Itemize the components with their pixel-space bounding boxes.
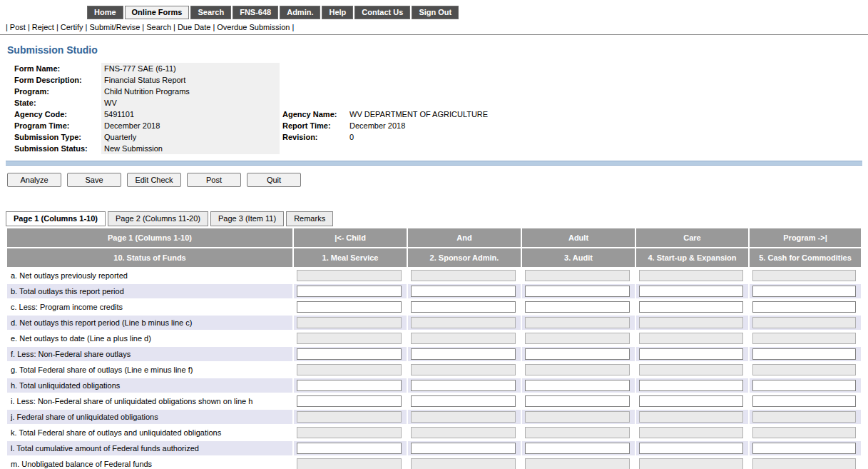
section-divider: [6, 161, 862, 166]
form-info-value: December 2018: [101, 120, 280, 131]
grid-input-row-c-col-1[interactable]: [297, 301, 402, 313]
grid-row: m. Unobligated balance of Federal funds: [7, 457, 861, 469]
top-nav-contact-us[interactable]: Contact Us: [354, 6, 410, 19]
form-info-label: [280, 74, 347, 86]
top-nav-help[interactable]: Help: [322, 6, 353, 19]
grid-input-row-k-col-3: [525, 427, 630, 438]
grid-input-row-l-col-2[interactable]: [411, 443, 516, 454]
grid-row-label: l. Total cumulative amount of Federal fu…: [7, 441, 292, 455]
grid-header-cell: And: [408, 228, 521, 247]
grid-input-row-h-col-2[interactable]: [411, 380, 516, 391]
top-nav-home[interactable]: Home: [87, 6, 123, 19]
sub-nav-reject[interactable]: Reject: [32, 23, 54, 31]
separator: |: [292, 23, 294, 31]
grid-header-cell: Program ->|: [750, 228, 861, 247]
grid-input-row-m-col-4: [639, 458, 743, 469]
form-info-row: Program Time:December 2018Report Time:De…: [11, 120, 659, 131]
grid-input-row-j-col-4: [639, 411, 743, 423]
grid-input-row-f-col-3[interactable]: [525, 348, 630, 360]
grid-input-row-h-col-4[interactable]: [639, 380, 743, 391]
top-nav-admin[interactable]: Admin.: [280, 6, 320, 19]
form-info-value: December 2018: [347, 120, 659, 131]
save-button[interactable]: Save: [67, 173, 121, 187]
top-nav-online-forms[interactable]: Online Forms: [125, 6, 190, 19]
top-nav-search[interactable]: Search: [190, 6, 231, 19]
grid-input-row-f-col-5[interactable]: [752, 348, 856, 360]
grid-cell: [522, 331, 635, 346]
grid-input-row-j-col-5: [752, 411, 856, 423]
grid-input-row-l-col-1[interactable]: [297, 443, 402, 454]
sub-nav-search[interactable]: Search: [146, 23, 171, 31]
grid-input-row-h-col-3[interactable]: [525, 380, 630, 391]
grid-input-row-d-col-1: [297, 317, 402, 328]
tab-page-3-item-11[interactable]: Page 3 (Item 11): [210, 211, 284, 226]
grid-cell: [408, 425, 521, 440]
tab-remarks[interactable]: Remarks: [286, 211, 333, 226]
grid-input-row-b-col-1[interactable]: [297, 286, 402, 297]
grid-input-row-h-col-1[interactable]: [297, 380, 402, 391]
grid-input-row-i-col-1[interactable]: [297, 395, 402, 407]
grid-input-row-h-col-5[interactable]: [752, 380, 856, 391]
tab-page-2-columns-11-20[interactable]: Page 2 (Columns 11-20): [108, 211, 208, 226]
top-nav-sign-out[interactable]: Sign Out: [412, 6, 459, 19]
grid-row-label: a. Net outlays previously reported: [7, 268, 292, 283]
grid-input-row-c-col-3[interactable]: [525, 301, 630, 313]
sub-nav-overdue-submission[interactable]: Overdue Submission: [217, 23, 290, 31]
sub-nav-submit-revise[interactable]: Submit/Revise: [89, 23, 140, 31]
grid-row: a. Net outlays previously reported: [7, 268, 861, 283]
grid-input-row-e-col-1: [297, 333, 402, 344]
post-button[interactable]: Post: [187, 173, 241, 187]
page-title: Submission Studio: [7, 44, 862, 56]
grid-cell: [408, 410, 521, 424]
form-info-value: [347, 74, 659, 86]
grid-input-row-b-col-4[interactable]: [639, 286, 743, 297]
grid-input-row-l-col-3[interactable]: [525, 443, 630, 454]
form-info-label: [280, 63, 347, 74]
form-info-value: 5491101: [101, 109, 280, 120]
grid-cell: [408, 316, 521, 330]
analyze-button[interactable]: Analyze: [7, 173, 61, 187]
grid-input-row-f-col-2[interactable]: [411, 348, 516, 360]
grid-input-row-m-col-3: [525, 458, 630, 469]
grid-cell: [522, 425, 635, 440]
grid-input-row-a-col-5: [752, 270, 856, 281]
grid-cell: [750, 316, 861, 330]
tab-page-1-columns-1-10[interactable]: Page 1 (Columns 1-10): [6, 211, 106, 226]
grid-input-row-c-col-5[interactable]: [752, 301, 856, 313]
top-nav-fns-648[interactable]: FNS-648: [233, 6, 278, 19]
form-info-row: Submission Type:QuarterlyRevision:0: [11, 131, 659, 143]
form-info-label: [280, 97, 347, 109]
grid-input-row-c-col-4[interactable]: [639, 301, 743, 313]
grid-cell: [636, 268, 748, 283]
grid-input-row-i-col-4[interactable]: [639, 395, 743, 407]
grid-input-row-f-col-1[interactable]: [297, 348, 402, 360]
grid-input-row-i-col-2[interactable]: [411, 395, 516, 407]
form-info-label: Form Name:: [11, 63, 101, 74]
grid-cell: [522, 441, 635, 455]
quit-button[interactable]: Quit: [247, 173, 301, 187]
grid-row-label: b. Total outlays this report period: [7, 284, 292, 298]
grid-input-row-i-col-3[interactable]: [525, 395, 630, 407]
grid-row-label: j. Federal share of unliquidated obligat…: [7, 410, 292, 424]
grid-cell: [750, 410, 861, 424]
grid-input-row-c-col-2[interactable]: [411, 301, 516, 313]
grid-input-row-b-col-2[interactable]: [411, 286, 516, 297]
grid-input-row-g-col-5: [752, 364, 856, 375]
grid-input-row-k-col-4: [639, 427, 743, 438]
sub-nav-due-date[interactable]: Due Date: [178, 23, 210, 31]
grid-input-row-b-col-5[interactable]: [752, 286, 856, 297]
grid-header-cell: 4. Start-up & Expansion: [636, 248, 748, 267]
edit-check-button[interactable]: Edit Check: [127, 173, 181, 187]
sub-nav-post[interactable]: Post: [10, 23, 26, 31]
grid-input-row-i-col-5[interactable]: [752, 395, 856, 407]
form-info-row: Agency Code:5491101Agency Name:WV DEPART…: [11, 109, 659, 120]
sub-nav-certify[interactable]: Certify: [61, 23, 83, 31]
content-area: Submission Studio Form Name:FNS-777 SAE …: [0, 44, 868, 469]
grid-cell: [636, 410, 748, 424]
grid-row: g. Total Federal share of outlays (Line …: [7, 363, 861, 377]
grid-input-row-l-col-4[interactable]: [639, 443, 743, 454]
grid-input-row-f-col-4[interactable]: [639, 348, 743, 360]
grid-input-row-l-col-5[interactable]: [752, 443, 856, 454]
grid-input-row-b-col-3[interactable]: [525, 286, 630, 297]
grid-cell: [294, 331, 407, 346]
